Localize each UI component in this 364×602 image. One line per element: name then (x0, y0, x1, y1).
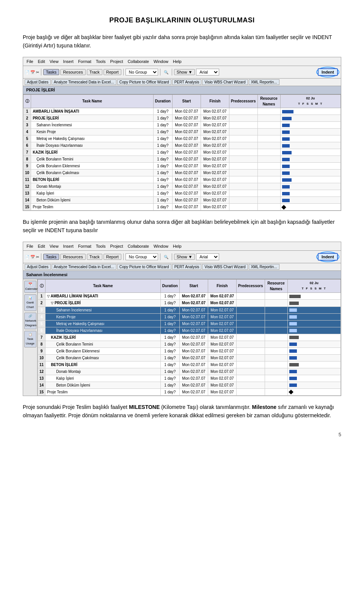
table-row: 6 İhale Dosyası Hazırlanması 1 day? Mon … (38, 327, 341, 334)
table-row: 13 Kalıp İşleri 1 day? Mon 02.07.07 Mon … (38, 375, 341, 382)
analyze-button[interactable]: Analyze Timescaled Data in Excel... (52, 79, 116, 85)
th-duration: Duration (153, 94, 172, 108)
toolbar2-first: Adjust Dates Analyze Timescaled Data in … (23, 79, 341, 86)
table-row: 11 BETON İŞLERİ 1 day? Mon 02.07.07 Mon … (24, 176, 341, 183)
visio-button2[interactable]: Visio WBS Chart Wizard (202, 264, 248, 270)
th-info: ⓘ (24, 94, 31, 108)
table-row: 2 ▽ PROJE İŞLERİ 1 day? Mon 02.07.07 Mon… (38, 300, 341, 307)
table-row: 12 Donatı Montajı 1 day? Mon 02.07.07 Mo… (24, 183, 341, 190)
indent-button2[interactable]: Indent (318, 253, 338, 261)
adjust-dates-button2[interactable]: Adjust Dates (25, 264, 51, 270)
table-row: 15 Proje Teslim 1 day? Mon 02.07.07 Mon … (38, 388, 341, 395)
th-predecessors: Predecessors (229, 94, 257, 108)
th-taskname: Task Name (31, 94, 154, 108)
xml-button2[interactable]: XML Reportin... (249, 264, 279, 270)
p3b-milestone: MILESTONE (129, 404, 160, 410)
track-button2[interactable]: Track (87, 254, 102, 260)
menu-project[interactable]: Project (108, 58, 125, 65)
menu-edit[interactable]: Edit (36, 58, 47, 65)
menu-view[interactable]: View (48, 58, 61, 65)
report-button2[interactable]: Report (104, 254, 121, 260)
paragraph1: Proje başlığı ve diğer alt başlıklar bir… (23, 33, 341, 50)
sidebar-taskusage[interactable]: 📋Task Usage (24, 331, 36, 347)
menu2-project[interactable]: Project (108, 243, 125, 250)
menu2-file[interactable]: File (25, 243, 35, 250)
adjust-dates-button[interactable]: Adjust Dates (25, 79, 51, 85)
table-row: 7 KAZIK İŞLERİ 1 day? Mon 02.07.07 Mon 0… (38, 334, 341, 341)
table-row: 10 Çelik Boruların Çakılması 1 day? Mon … (38, 354, 341, 361)
font-dropdown[interactable]: Arial (196, 69, 219, 75)
table-row: 4 Kesin Proje 1 day? Mon 02.07.07 Mon 02… (24, 128, 341, 135)
analyze-button2[interactable]: Analyze Timescaled Data in Excel... (52, 264, 116, 270)
menu-insert[interactable]: Insert (61, 58, 75, 65)
font-dropdown2[interactable]: Arial (196, 253, 219, 260)
menu-window[interactable]: Window (152, 58, 170, 65)
menu-tools[interactable]: Tools (94, 58, 108, 65)
table-row: 8 Çelik Boruların Temini 1 day? Mon 02.0… (24, 156, 341, 162)
th2-gantt: 02 JuT F S S M T (287, 279, 340, 292)
menu2-tools[interactable]: Tools (94, 243, 108, 250)
table-row: 13 Kalıp İşleri 1 day? Mon 02.07.07 Mon … (24, 190, 341, 196)
xml-button[interactable]: XML Reportin... (249, 79, 279, 85)
screenshot2: File Edit View Insert Format Tools Proje… (23, 242, 341, 396)
table-row: 9 Çelik Boruların Eklenmesi 1 day? Mon 0… (38, 347, 341, 354)
report-button[interactable]: Report (104, 69, 121, 75)
no-group-dropdown2[interactable]: No Group (126, 253, 158, 260)
sidebar-gantt[interactable]: 📊Gantt Chart (24, 294, 36, 311)
th2-taskname: Task Name (46, 279, 161, 292)
th-resource: Resource Names (257, 94, 280, 108)
menubar2: File Edit View Insert Format Tools Proje… (23, 242, 341, 251)
menu2-window[interactable]: Window (152, 243, 170, 250)
menu2-format[interactable]: Format (76, 243, 93, 250)
table-row: 11 BETON İŞLERİ 1 day? Mon 02.07.07 Mon … (38, 361, 341, 368)
resources-button2[interactable]: Resources (60, 254, 86, 260)
table-row: 1 AMBARLI LİMAN İNŞAATI 1 day? Mon 02.07… (24, 108, 341, 115)
table-row: 2 PROJE İŞLERİ 1 day? Mon 02.07.07 Mon 0… (24, 115, 341, 121)
sidebar-calendar[interactable]: 📅Calendar (24, 281, 36, 293)
view-title-second: Sahanın İncelenmesi (23, 271, 341, 279)
table-row: 4 Kesin Proje 1 day? Mon 02.07.07 Mon 02… (38, 313, 341, 320)
menu-format[interactable]: Format (76, 58, 93, 65)
menu2-help[interactable]: Help (171, 243, 184, 250)
paragraph3: Proje sonundaki Proje Teslim başlıklı fa… (23, 403, 341, 420)
menu2-edit[interactable]: Edit (36, 243, 47, 250)
page-number: 5 (23, 431, 341, 439)
show-button2[interactable]: Show ▼ (174, 254, 195, 260)
table-row: 3 Sahanın İncelenmesi 1 day? Mon 02.07.0… (24, 121, 341, 128)
th2-predecessors: Predecessors (236, 279, 265, 292)
project-table-second: ⓘ Task Name Duration Start Finish Predec… (38, 279, 341, 396)
table-row: 5 Metraj ve Hakediş Çalışması 1 day? Mon… (24, 135, 341, 142)
pert-button2[interactable]: PERT Analysis (172, 264, 202, 270)
th-start: Start (172, 94, 201, 108)
show-button[interactable]: Show ▼ (174, 69, 195, 75)
table-row: 9 Çelik Boruların Eklenmesi 1 day? Mon 0… (24, 162, 341, 169)
menu2-view[interactable]: View (48, 243, 61, 250)
project-table-first: ⓘ Task Name Duration Start Finish Predec… (23, 94, 341, 211)
menu2-collaborate[interactable]: Collaborate (126, 243, 151, 250)
visio-button[interactable]: Visio WBS Chart Wizard (202, 79, 248, 85)
menu-help[interactable]: Help (171, 58, 184, 65)
menu-file[interactable]: File (25, 58, 35, 65)
pert-button[interactable]: PERT Analysis (172, 79, 202, 85)
track-button[interactable]: Track (87, 69, 102, 75)
table-row: 1 ▽ AMBARLI LİMANI İNŞAATI 1 day? Mon 02… (38, 292, 341, 300)
copy-picture-button2[interactable]: Copy Picture to Office Wizard (117, 264, 171, 270)
table-row: 3 Sahanın İncelenmesi 1 day? Mon 02.07.0… (38, 307, 341, 313)
no-group-dropdown[interactable]: No Group (126, 69, 158, 75)
menu2-insert[interactable]: Insert (61, 243, 75, 250)
copy-picture-button[interactable]: Copy Picture to Office Wizard (117, 79, 171, 85)
paragraph2: Bu işlemle projenin ana başlığı tanımlan… (23, 218, 341, 235)
sidebar-network[interactable]: 🔗Network Diagram (24, 313, 36, 329)
indent-button[interactable]: Indent (318, 68, 338, 76)
content-area2: 📅Calendar 📊Gantt Chart 🔗Network Diagram … (23, 279, 341, 396)
th-gantt: 02 JuT F S S M T (280, 94, 340, 108)
resources-button[interactable]: Resources (60, 69, 86, 75)
sidebar2: 📅Calendar 📊Gantt Chart 🔗Network Diagram … (23, 279, 38, 396)
p3c: (Kilometre Taşı) olarak tanımlanmıştır. (160, 404, 252, 410)
p3d-milestone2: Milestone (252, 404, 277, 410)
tasks-button2[interactable]: Tasks (43, 254, 59, 260)
table-row: 12 Donatı Montajı 1 day? Mon 02.07.07 Mo… (38, 368, 341, 375)
tasks-button[interactable]: Tasks (43, 69, 59, 75)
toolbar2-row2: Adjust Dates Analyze Timescaled Data in … (23, 263, 341, 271)
menu-collaborate[interactable]: Collaborate (126, 58, 151, 65)
